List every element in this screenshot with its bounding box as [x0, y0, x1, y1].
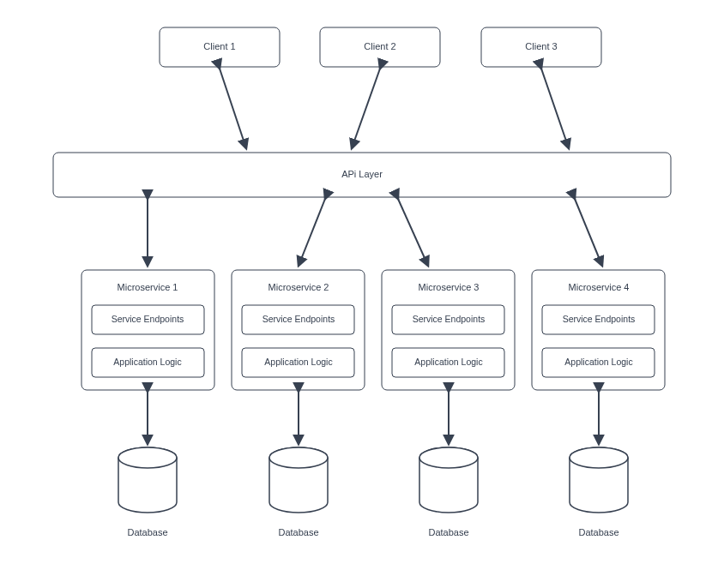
client-2-label: Client 2	[364, 41, 395, 51]
client-1-label: Client 1	[203, 41, 235, 51]
client-box-3: Client 3	[481, 27, 601, 67]
client-box-1: Client 1	[160, 27, 280, 67]
arrow-client3-api	[541, 69, 569, 148]
svg-point-21	[419, 447, 478, 468]
api-layer-label: APi Layer	[341, 169, 383, 179]
microservice-1-title: Microservice 1	[118, 282, 178, 292]
microservice-2-endpoints: Service Endpoints	[262, 314, 335, 324]
microservice-2-logic: Application Logic	[264, 357, 332, 367]
arrow-api-ms4	[575, 199, 602, 266]
arrow-client1-api	[220, 69, 246, 148]
microservice-4-endpoints: Service Endpoints	[563, 314, 636, 324]
svg-point-19	[269, 447, 328, 468]
database-3-label: Database	[428, 527, 468, 537]
microservice-1-endpoints: Service Endpoints	[112, 314, 184, 324]
microservice-4-logic: Application Logic	[564, 357, 632, 367]
arrow-client2-api	[352, 69, 380, 148]
microservice-3-logic: Application Logic	[414, 357, 482, 367]
microservice-3-title: Microservice 3	[419, 282, 480, 292]
database-2-label: Database	[278, 527, 318, 537]
microservice-1-logic: Application Logic	[113, 357, 181, 367]
client-3-label: Client 3	[525, 41, 557, 51]
microservice-3-box: Microservice 3 Service Endpoints Applica…	[382, 270, 515, 390]
database-1-label: Database	[127, 527, 167, 537]
svg-point-17	[118, 447, 177, 468]
microservice-4-title: Microservice 4	[569, 282, 630, 292]
database-icon-4: Database	[570, 447, 628, 537]
microservice-3-endpoints: Service Endpoints	[413, 314, 486, 324]
microservice-2-box: Microservice 2 Service Endpoints Applica…	[232, 270, 365, 390]
database-icon-3: Database	[419, 447, 478, 537]
database-icon-1: Database	[118, 447, 177, 537]
microservice-1-box: Microservice 1 Service Endpoints Applica…	[81, 270, 214, 390]
database-4-label: Database	[578, 527, 618, 537]
microservice-4-box: Microservice 4 Service Endpoints Applica…	[532, 270, 665, 390]
microservice-2-title: Microservice 2	[268, 282, 329, 292]
arrow-api-ms3	[398, 199, 428, 266]
api-layer-box: APi Layer	[53, 153, 671, 197]
database-icon-2: Database	[269, 447, 328, 537]
arrow-api-ms2	[299, 199, 325, 266]
svg-point-23	[570, 447, 628, 468]
client-box-2: Client 2	[320, 27, 440, 67]
